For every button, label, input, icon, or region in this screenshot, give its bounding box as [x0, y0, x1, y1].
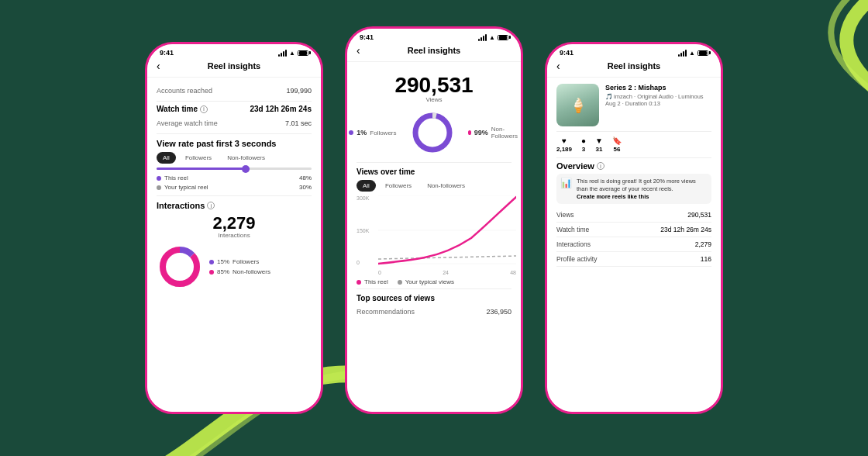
status-bar-2: 9:41 ▲ [347, 29, 521, 43]
typical-reel-dot [157, 185, 161, 190]
overview-interactions-row: Interactions 2,279 [556, 237, 711, 252]
status-bar-1: 9:41 ▲ [147, 44, 321, 58]
status-icons-1: ▲ [278, 50, 308, 57]
views-count: 290,531 [356, 74, 512, 96]
tab-followers-2[interactable]: Followers [379, 180, 418, 192]
reel-info-row: 🍦 Series 2 : Mishaps 🎵 imzach · Original… [556, 84, 711, 126]
back-button-2[interactable]: ‹ [356, 44, 360, 57]
nonfollowers-pct-2: 99% [474, 129, 488, 136]
wifi-icon-1: ▲ [289, 50, 295, 57]
overview-section: Overview i 📊 This reel is doing great! I… [556, 161, 711, 267]
view-rate-tabs: All Followers Non-followers [157, 152, 312, 164]
recommendations-value: 236,950 [486, 308, 512, 316]
saves-stat: 🔖 56 [612, 136, 622, 153]
phones-container: 9:41 ▲ ‹ Reel insights [0, 0, 868, 456]
promo-link[interactable]: Create more reels like this [577, 193, 649, 200]
reel-title: Series 2 : Mishaps [605, 84, 711, 92]
overview-info-icon[interactable]: i [597, 162, 604, 170]
phone-1: 9:41 ▲ ‹ Reel insights [145, 42, 323, 414]
overview-title: Overview i [556, 161, 711, 171]
views-donut-row: 1% Followers 99% Non-Followers [356, 109, 512, 156]
tab-nonfollowers-1[interactable]: Non-followers [221, 152, 271, 164]
chart-container: 300K 150K 0 0 [356, 195, 512, 275]
battery-icon-3 [698, 50, 708, 56]
interactions-count-area: 2,279 Interactions [157, 215, 312, 239]
header-title-1: Reel insights [208, 61, 260, 71]
chart-x-labels: 0 24 48 [378, 270, 516, 275]
interactions-info-icon[interactable]: i [207, 202, 215, 209]
status-time-2: 9:41 [360, 33, 374, 41]
watch-time-label: Watch time i [157, 105, 208, 113]
overview-watchtime-row: Watch time 23d 12h 26m 24s [556, 223, 711, 237]
views-sub: Views [356, 96, 512, 103]
view-rate-title: View rate past first 3 seconds [157, 139, 312, 148]
tab-all-1[interactable]: All [157, 152, 176, 164]
wifi-icon-2: ▲ [489, 34, 495, 41]
views-count-area: 290,531 Views [356, 68, 512, 106]
tab-followers-1[interactable]: Followers [179, 152, 218, 164]
typical-views-legend: Your typical views [405, 278, 454, 285]
share-icon: ▼ [595, 136, 603, 145]
shares-stat: ▼ 31 [595, 136, 603, 153]
typical-reel-row: Your typical reel 30% [157, 184, 312, 191]
followers-pct-1: 15% [217, 258, 229, 265]
status-time-3: 9:41 [560, 49, 574, 57]
heart-icon: ♥ [562, 136, 567, 145]
header-title-3: Reel insights [608, 61, 660, 71]
this-reel-legend-dot [356, 280, 361, 285]
reel-info: Series 2 : Mishaps 🎵 imzach · Original A… [599, 84, 711, 107]
chart-x-0: 0 [378, 270, 381, 275]
back-button-3[interactable]: ‹ [556, 60, 560, 72]
overview-profile-label: Profile activity [556, 255, 597, 263]
avg-watch-value: 7.01 sec [285, 119, 312, 127]
this-reel-label: This reel [164, 174, 188, 181]
header-title-2: Reel insights [408, 46, 460, 55]
signal-icon-1 [278, 50, 287, 57]
signal-icon-3 [678, 50, 687, 57]
battery-icon-2 [498, 35, 508, 40]
reel-date: Aug 2 · Duration 0:13 [605, 100, 711, 107]
chart-x-24: 24 [443, 270, 449, 275]
nonfollowers-dot-2 [468, 130, 471, 135]
chart-x-48: 48 [510, 270, 516, 275]
interactions-donut [157, 244, 203, 290]
view-rate-slider[interactable] [157, 168, 312, 170]
recommendations-label: Recommendations [356, 308, 415, 316]
views-tabs: All Followers Non-followers [356, 180, 512, 192]
views-chart-svg [378, 195, 516, 265]
interactions-count: 2,279 [157, 215, 312, 232]
followers-dot-2 [349, 130, 353, 135]
promo-icon: 📊 [560, 178, 572, 188]
back-button-1[interactable]: ‹ [157, 60, 160, 72]
this-reel-dot [157, 176, 161, 181]
phone-2: 9:41 ▲ ‹ Reel insights [345, 26, 523, 414]
this-reel-row: This reel 48% [157, 174, 312, 181]
phone-header-3: ‹ Reel insights [547, 58, 721, 78]
accounts-reached-label: Accounts reached [157, 87, 212, 95]
phone-3: 9:41 ▲ ‹ Reel insights [545, 42, 723, 414]
chart-y-max: 300K [356, 195, 369, 201]
phone-content-2: 290,531 Views 1% Followers [347, 62, 521, 325]
phone-header-1: ‹ Reel insights [147, 58, 321, 78]
watch-time-info-icon[interactable]: i [200, 105, 208, 113]
likes-value: 2,189 [556, 146, 572, 153]
overview-views-value: 290,531 [687, 211, 711, 219]
overview-interactions-value: 2,279 [695, 240, 711, 248]
followers-label-2: Followers [370, 130, 396, 136]
nonfollowers-pct-1: 85% [217, 268, 229, 275]
interactions-donut-row: 15% Followers 85% Non-followers [157, 244, 312, 290]
comment-icon: ● [581, 136, 586, 145]
likes-stat: ♥ 2,189 [556, 136, 572, 153]
interactions-title: Interactions i [157, 201, 312, 210]
reel-stats-row: ♥ 2,189 ● 3 ▼ 31 🔖 56 [556, 136, 711, 153]
tab-nonfollowers-2[interactable]: Non-followers [421, 180, 471, 192]
overview-watchtime-value: 23d 12h 26m 24s [660, 226, 711, 233]
tab-all-2[interactable]: All [356, 180, 376, 192]
typical-views-legend-dot [398, 280, 402, 285]
nonfollowers-label-1: Non-followers [232, 268, 270, 275]
avg-watch-label: Average watch time [157, 119, 218, 127]
overview-profile-row: Profile activity 116 [556, 252, 711, 267]
this-reel-legend: This reel [364, 278, 388, 285]
phone-content-1: Accounts reached 199,990 Watch time i 23… [147, 78, 321, 296]
recommendations-row: Recommendations 236,950 [356, 305, 512, 319]
